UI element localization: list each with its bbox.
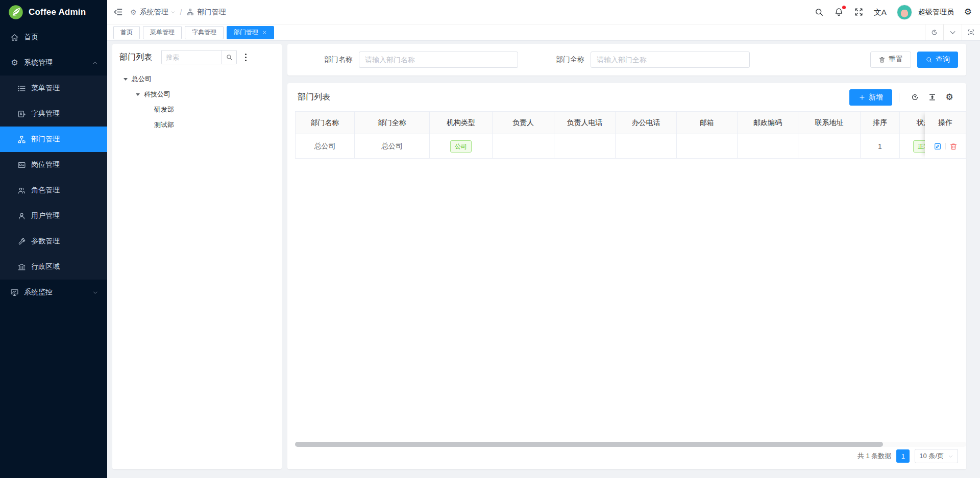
table-title: 部门列表: [298, 92, 330, 103]
refresh-icon: [930, 29, 938, 36]
col-dept-name: 部门名称: [296, 112, 355, 134]
sidebar-item-monitor[interactable]: 系统监控: [0, 280, 107, 305]
table-settings-button[interactable]: ⚙: [941, 93, 958, 102]
actions-cell: [925, 134, 966, 159]
gear-icon: ⚙: [130, 8, 137, 16]
gear-icon[interactable]: ⚙: [964, 8, 972, 16]
tab-menu-mgmt[interactable]: 菜单管理: [143, 26, 182, 39]
dept-name-input[interactable]: [359, 52, 518, 68]
delete-icon[interactable]: [949, 142, 958, 150]
sidebar-item-label: 角色管理: [31, 186, 60, 195]
tree-more-button[interactable]: [243, 52, 249, 63]
horizontal-scrollbar: [295, 442, 966, 447]
col-leader: 负责人: [493, 112, 554, 134]
tree-search-input[interactable]: [161, 50, 222, 64]
cell-org-type: 公司: [430, 134, 493, 159]
sidebar-item-menu-mgmt[interactable]: 菜单管理: [0, 76, 107, 101]
tree-node-test-dept[interactable]: 测试部: [119, 117, 275, 133]
search-form: 部门名称 部门全称 重置 查询: [287, 44, 966, 76]
search-icon: [226, 54, 233, 61]
menu-fold-icon[interactable]: [113, 7, 123, 17]
edit-icon[interactable]: [934, 142, 942, 150]
sidebar-item-label: 首页: [24, 33, 38, 42]
username[interactable]: 超级管理员: [918, 8, 954, 17]
caret-down-icon[interactable]: [124, 78, 128, 81]
sidebar-item-label: 字典管理: [31, 109, 60, 118]
page-size-select[interactable]: 10 条/页: [915, 449, 958, 463]
chevron-down-icon: [948, 454, 953, 459]
tab-dept-mgmt[interactable]: 部门管理: [227, 26, 274, 39]
row-height-button[interactable]: [923, 93, 941, 102]
sidebar-item-dict-mgmt[interactable]: 字典管理: [0, 101, 107, 127]
query-button[interactable]: 查询: [917, 52, 958, 68]
monitor-icon: [10, 288, 19, 297]
plus-icon: [859, 94, 866, 101]
tree-search: [161, 50, 237, 64]
tree-node-rd-dept[interactable]: 研发部: [119, 102, 275, 117]
org-chart-icon: [17, 135, 26, 144]
sidebar-item-home[interactable]: 首页: [0, 24, 107, 50]
sidebar-item-label: 用户管理: [31, 211, 60, 220]
breadcrumb: ⚙ 系统管理 / 部门管理: [113, 7, 226, 17]
sidebar-item-user-mgmt[interactable]: 用户管理: [0, 203, 107, 229]
tree-search-button[interactable]: [222, 50, 237, 64]
tab-dict-mgmt[interactable]: 字典管理: [185, 26, 224, 39]
wrench-icon: [17, 237, 26, 246]
add-button[interactable]: 新增: [849, 89, 892, 106]
list-icon: [17, 84, 26, 93]
sidebar-item-label: 岗位管理: [31, 160, 60, 169]
dictionary-icon: [17, 110, 26, 118]
dept-fullname-input[interactable]: [591, 52, 750, 68]
tab-home[interactable]: 首页: [113, 26, 140, 39]
app-screen: Coffee Admin 首页 ⚙ 系统管理 菜单管理: [0, 0, 980, 478]
sidebar-item-post-mgmt[interactable]: 岗位管理: [0, 152, 107, 178]
fullscreen-icon[interactable]: [854, 7, 864, 17]
dept-table: 部门名称 部门全称 机构类型 负责人 负责人电话 办公电话 邮箱 邮政编码 联系…: [295, 111, 966, 159]
chevron-up-icon: [92, 60, 98, 66]
avatar[interactable]: [897, 5, 912, 20]
breadcrumb-separator: /: [180, 8, 182, 16]
col-leader-phone: 负责人电话: [554, 112, 616, 134]
refresh-table-button[interactable]: [906, 93, 923, 102]
page-1-button[interactable]: 1: [896, 449, 910, 463]
close-icon[interactable]: [262, 30, 267, 35]
chevron-down-icon: [949, 29, 957, 36]
search-icon: [925, 56, 933, 63]
notifications-button[interactable]: [834, 7, 844, 17]
tree-panel-title: 部门列表: [119, 52, 161, 63]
toolbar-divider: [899, 93, 899, 102]
translate-icon[interactable]: 文A: [874, 8, 887, 16]
cell-email: [677, 134, 738, 159]
tab-menu-dropdown[interactable]: [943, 24, 962, 40]
breadcrumb-root[interactable]: 系统管理: [140, 8, 176, 17]
dept-table-card: 部门列表 新增 ⚙: [287, 83, 966, 469]
sidebar-item-system[interactable]: ⚙ 系统管理: [0, 50, 107, 76]
search-icon[interactable]: [814, 7, 824, 17]
scrollbar-thumb[interactable]: [295, 442, 883, 447]
logo: Coffee Admin: [0, 0, 107, 24]
action-divider: [945, 143, 946, 149]
col-dept-fullname: 部门全称: [355, 112, 430, 134]
refresh-tab-button[interactable]: [925, 24, 943, 40]
total-count: 共 1 条数据: [857, 451, 891, 461]
tree-panel-header: 部门列表: [119, 50, 275, 64]
breadcrumb-current: 部门管理: [197, 8, 226, 17]
refresh-icon: [911, 93, 919, 102]
sidebar-item-region[interactable]: 行政区域: [0, 254, 107, 280]
home-icon: [10, 33, 19, 42]
reset-button[interactable]: 重置: [870, 52, 911, 68]
sidebar-item-label: 参数管理: [31, 237, 60, 246]
table-scroll-area: 部门名称 部门全称 机构类型 负责人 负责人电话 办公电话 邮箱 邮政编码 联系…: [295, 111, 966, 159]
cell-office-phone: [616, 134, 677, 159]
cell-dept-name: 总公司: [296, 134, 355, 159]
sidebar-item-param-mgmt[interactable]: 参数管理: [0, 229, 107, 254]
maximize-content-button[interactable]: [962, 24, 980, 40]
caret-down-icon[interactable]: [136, 93, 140, 96]
tree-node-hq[interactable]: 总公司: [119, 71, 275, 87]
trash-icon: [878, 56, 886, 63]
sidebar-item-dept-mgmt[interactable]: 部门管理: [0, 127, 107, 152]
tree-node-tech-company[interactable]: 科技公司: [119, 87, 275, 102]
header-actions: 文A 超级管理员 ⚙: [814, 5, 972, 20]
sidebar-item-role-mgmt[interactable]: 角色管理: [0, 178, 107, 203]
chevron-down-icon: [92, 290, 98, 295]
